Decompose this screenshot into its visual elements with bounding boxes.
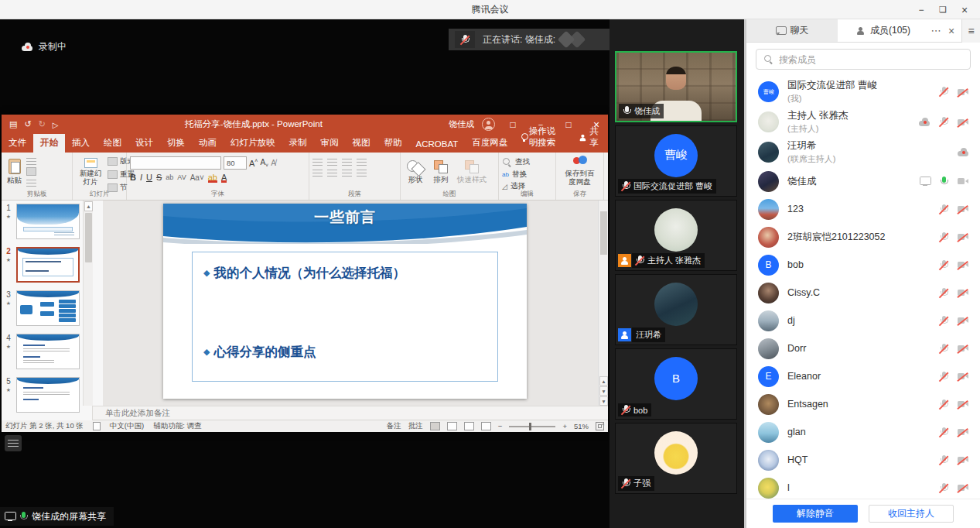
camera-off-icon[interactable] [958,400,969,408]
reclaim-host-button[interactable]: 收回主持人 [869,505,954,523]
tab-baidu-netdisk[interactable]: 百度网盘 [465,134,514,153]
camera-off-icon[interactable] [958,205,969,213]
slide-thumbnail-1[interactable]: 1 [3,204,92,239]
slideshow-view-icon[interactable] [481,422,491,430]
bold-button[interactable]: B [130,173,136,182]
mic-off-icon[interactable] [940,260,948,270]
align-right-icon[interactable] [342,168,352,177]
arrange-button[interactable]: 排列 [431,155,451,190]
tab-members[interactable]: 成员(105) [838,19,929,42]
find-button[interactable]: 查找 [502,157,552,167]
format-painter-icon[interactable] [26,178,36,187]
mic-off-icon[interactable] [940,399,948,410]
restore-button[interactable] [932,0,954,19]
fit-to-window-icon[interactable] [596,422,604,430]
video-tile-zhangyajie[interactable]: 主持人 张雅杰 [615,200,737,271]
member-row[interactable]: Entsagen [746,390,980,418]
bullet-list-icon[interactable] [312,157,323,166]
new-slide-button[interactable]: 新建幻灯片 [76,155,105,190]
tab-design[interactable]: 设计 [128,134,160,153]
comments-toggle[interactable]: 批注 [408,421,423,431]
video-tile-raojiacheng[interactable]: 饶佳成 [615,51,737,122]
accessibility-status[interactable]: 辅助功能: 调查 [153,421,201,431]
mic-off-icon[interactable] [940,117,948,127]
normal-view-icon[interactable] [430,422,440,430]
video-tile-bob[interactable]: B bob [615,348,737,420]
underline-button[interactable]: U [146,173,152,182]
save-icon[interactable] [9,119,17,129]
tab-file[interactable]: 文件 [2,134,33,153]
member-row[interactable]: l [746,474,980,499]
video-tile-wangyuexi[interactable]: 汪玥希 [615,274,737,345]
number-list-icon[interactable] [327,157,337,166]
member-row[interactable]: 汪玥希(联席主持人) [746,137,980,167]
language-indicator[interactable]: 中文(中国) [110,421,144,431]
tab-transitions[interactable]: 切换 [160,134,192,153]
camera-off-icon[interactable] [958,456,969,464]
quick-styles-button[interactable]: 快速样式 [455,155,489,190]
tab-acrobat[interactable]: ACROBAT [409,136,466,153]
justify-icon[interactable] [357,168,367,177]
shapes-button[interactable]: 形状 [404,155,427,190]
panel-more-button[interactable] [929,22,943,39]
member-row[interactable]: 123 [746,195,980,223]
slide-canvas[interactable]: 一些前言 我的个人情况（为什么选择托福） 心得分享的侧重点 [163,204,527,399]
italic-button[interactable]: I [140,173,142,182]
tab-insert[interactable]: 插入 [65,134,97,153]
video-tile-caojun[interactable]: 曹峻 国际交流促进部 曹峻 [615,125,737,197]
font-size-combobox[interactable]: 80 [224,156,247,170]
panel-menu-button[interactable] [961,19,980,43]
mic-off-icon[interactable] [940,344,948,354]
camera-off-icon[interactable] [958,118,969,126]
ppt-share-button[interactable]: 共享 [569,122,609,153]
slide-scrollbar[interactable]: ▲ ▼ ▼ [598,201,608,406]
font-name-combobox[interactable] [130,156,221,170]
tab-animations[interactable]: 动画 [192,134,224,153]
mic-off-icon[interactable] [940,372,948,382]
line-spacing-icon[interactable] [357,157,367,166]
mic-off-icon[interactable] [940,87,948,97]
tab-help[interactable]: 帮助 [377,134,409,153]
paste-button[interactable]: 粘贴 [5,155,24,190]
zoom-slider[interactable] [509,426,555,427]
camera-off-icon[interactable] [958,261,969,269]
slide-thumbnail-5[interactable]: 5 [3,377,92,413]
camera-off-icon[interactable] [958,345,969,352]
start-slideshow-icon[interactable] [53,120,59,129]
zoom-level[interactable]: 51% [574,422,589,430]
tab-view[interactable]: 视图 [346,134,377,153]
camera-off-icon[interactable] [958,484,969,492]
cloud-recording-icon[interactable] [919,118,930,126]
cut-icon[interactable] [26,156,36,165]
video-tile-ziqiang[interactable]: 子强 [615,423,737,494]
mic-off-icon[interactable] [940,455,948,465]
tell-me-search[interactable]: 操作说明搜索 [514,122,568,153]
mic-off-icon[interactable] [940,232,948,242]
slide-sorter-view-icon[interactable] [447,422,457,430]
tab-record[interactable]: 录制 [282,134,314,153]
notes-toggle[interactable]: 备注 [387,421,401,431]
slide-content-box[interactable]: 我的个人情况（为什么选择托福） 心得分享的侧重点 [192,252,498,382]
member-row[interactable]: E Eleanor [746,362,980,390]
member-search-input[interactable] [779,54,963,65]
save-to-baidu-button[interactable]: 保存到百度网盘 [559,155,600,187]
highlight-color-button[interactable]: ab [208,173,217,182]
unmute-button[interactable]: 解除静音 [773,505,858,523]
slide-thumbnail-2-selected[interactable]: 2 [3,247,92,283]
font-color-button[interactable]: A [221,173,227,182]
align-center-icon[interactable] [327,168,337,177]
member-row[interactable]: B bob [746,251,980,279]
replace-button[interactable]: ab替换 [502,170,552,180]
clear-format-icon[interactable]: A̸ [271,159,276,167]
ppt-user-avatar[interactable] [482,118,495,131]
mic-off-icon[interactable] [940,483,948,493]
thumbnail-scrollbar[interactable]: ▲ [83,201,93,406]
copy-icon[interactable] [26,167,36,176]
member-row[interactable]: 主持人 张雅杰(主持人) [746,107,980,137]
camera-off-icon[interactable] [958,428,969,436]
camera-off-icon[interactable] [958,233,969,241]
slide-thumbnail-4[interactable]: 4 [3,334,92,369]
redo-icon[interactable] [39,119,46,129]
member-row[interactable]: Dorr [746,334,980,362]
member-row[interactable]: HQT [746,446,980,474]
